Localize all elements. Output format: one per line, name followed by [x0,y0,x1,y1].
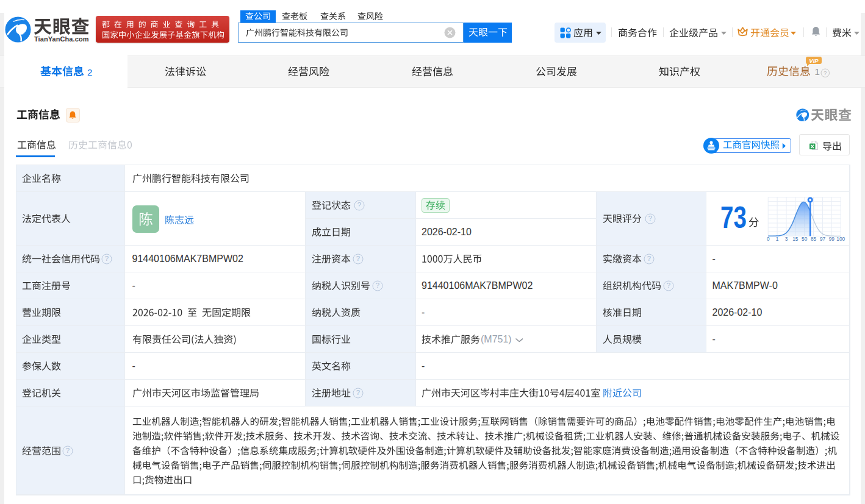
svg-text:85: 85 [811,236,817,242]
svg-text:?: ? [666,282,670,289]
svg-text:99: 99 [829,236,835,242]
svg-text:15: 15 [792,236,799,242]
svg-text:?: ? [65,447,69,454]
svg-text:?: ? [105,255,109,262]
svg-text:1: 1 [776,236,779,242]
svg-text:?: ? [648,215,651,222]
svg-text:0: 0 [767,236,770,242]
svg-text:?: ? [647,255,650,262]
svg-text:?: ? [375,282,379,289]
svg-text:50: 50 [802,236,808,242]
svg-text:?: ? [824,69,827,76]
svg-text:VIP: VIP [809,57,819,64]
svg-text:?: ? [356,389,359,396]
svg-text:3: 3 [785,236,788,242]
svg-text:97: 97 [820,236,826,242]
svg-text:100: 100 [836,236,845,242]
svg-text:?: ? [356,255,359,262]
svg-text:?: ? [357,201,361,208]
